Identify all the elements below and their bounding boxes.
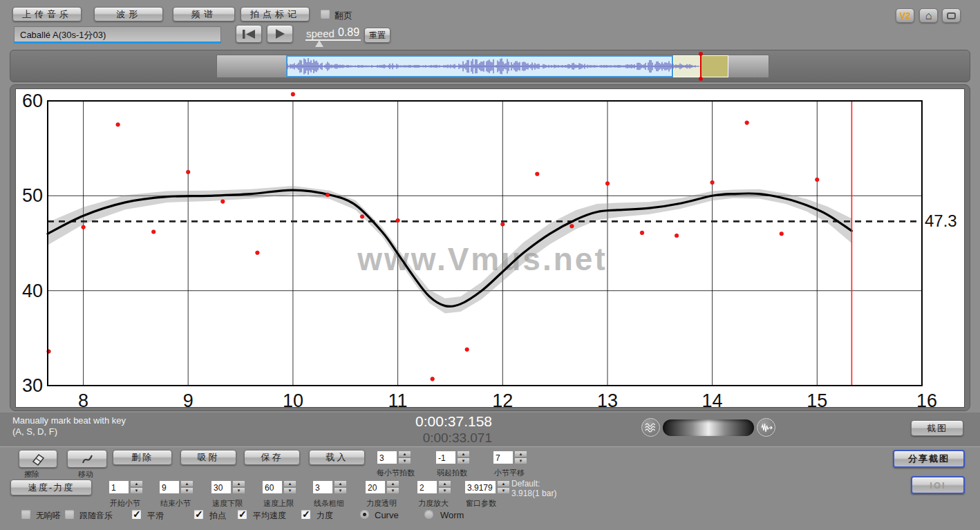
dynamics-alpha-spinner[interactable]: 20 ▲▼ [365,480,399,494]
line-width-spinner[interactable]: 3 ▲▼ [312,480,347,494]
spin-down-icon[interactable]: ▼ [457,457,470,464]
spin-up-icon[interactable]: ▲ [283,480,296,487]
play-button[interactable] [267,25,293,43]
smooth-checkbox[interactable] [131,509,142,520]
fullscreen-button[interactable] [942,8,961,23]
beat-point[interactable] [186,170,190,174]
ioi-button[interactable]: IOI [911,476,965,494]
speed-slider-thumb[interactable] [315,40,323,47]
worm-radio[interactable] [424,509,434,520]
dynamics-scale-value[interactable]: 2 [417,480,437,494]
beat-point[interactable] [605,182,610,186]
spin-down-icon[interactable]: ▼ [514,457,527,464]
dynamics-alpha-value[interactable]: 20 [365,480,386,494]
beat-point[interactable] [745,121,749,125]
beat-point[interactable] [816,178,820,182]
beats-per-bar-value[interactable]: 3 [377,451,397,464]
beat-point[interactable] [256,251,260,255]
share-screenshot-button[interactable]: 分享截图 [893,450,965,468]
tempo-chart[interactable]: www.Vmus.net89101112131415163040506047.3 [16,89,964,407]
delete-button[interactable]: 删除 [113,450,172,465]
beat-point[interactable] [360,215,364,219]
pickup-beats-spinner[interactable]: -1 ▲▼ [435,451,470,464]
mean-tempo-checkbox[interactable] [237,509,247,520]
waveform-window-region[interactable] [673,55,701,77]
page-turn-checkbox[interactable] [320,9,330,19]
spin-up-icon[interactable]: ▲ [180,480,194,487]
upload-music-button[interactable]: 上传音乐 [12,7,82,21]
tempo-min-spinner[interactable]: 30 ▲▼ [211,480,245,494]
beat-point[interactable] [640,231,644,235]
end-bar-spinner[interactable]: 9 ▲▼ [159,480,194,494]
beat-point[interactable] [221,200,225,204]
spin-up-icon[interactable]: ▲ [497,480,510,487]
beats-per-bar-spinner[interactable]: 3 ▲▼ [377,451,411,464]
spin-up-icon[interactable]: ▲ [398,451,411,457]
snap-button[interactable]: 吸附 [180,450,236,465]
spin-down-icon[interactable]: ▼ [232,487,245,494]
beat-point[interactable] [326,193,330,197]
beat-point[interactable] [675,234,679,238]
no-click-checkbox[interactable] [21,509,31,520]
beat-point[interactable] [780,232,784,236]
tempo-min-value[interactable]: 30 [211,480,232,494]
save-button[interactable]: 保存 [244,450,300,465]
screenshot-button[interactable]: 截图 [911,420,963,436]
spectrum-button[interactable]: 频谱 [173,7,235,21]
window-param-value[interactable]: 3.9179 [464,480,496,494]
line-width-value[interactable]: 3 [312,480,333,494]
speed-reset-button[interactable]: 重置 [364,28,390,43]
spin-down-icon[interactable]: ▼ [130,487,143,494]
beat-point[interactable] [536,172,540,176]
beat-point[interactable] [465,348,469,352]
spin-down-icon[interactable]: ▼ [438,487,451,494]
spin-down-icon[interactable]: ▼ [386,487,399,494]
version-badge[interactable]: V2 [896,8,914,23]
home-button[interactable]: ⌂ [919,8,938,23]
bar-shift-spinner[interactable]: 7 ▲▼ [493,451,527,464]
window-param-spinner[interactable]: 3.9179 ▲▼ [464,480,510,494]
end-bar-value[interactable]: 9 [159,480,180,494]
tempo-max-spinner[interactable]: 60 ▲▼ [262,480,296,494]
spin-up-icon[interactable]: ▲ [232,480,245,487]
spin-up-icon[interactable]: ▲ [386,480,399,487]
beat-point[interactable] [710,180,715,184]
spin-down-icon[interactable]: ▼ [497,487,510,494]
track-title-input[interactable]: Caballé A(30s-1分03) [14,26,221,44]
spin-up-icon[interactable]: ▲ [514,451,527,457]
dynamics-checkbox[interactable] [301,509,311,520]
load-button[interactable]: 载入 [309,450,365,465]
bar-shift-value[interactable]: 7 [493,451,513,464]
volume-slider[interactable] [663,419,754,436]
tempo-dynamics-button[interactable]: 速度-力度 [10,480,92,495]
follow-music-checkbox[interactable] [64,509,75,520]
beat-points-checkbox[interactable] [194,509,204,520]
beat-point[interactable] [570,225,574,229]
beat-point[interactable] [82,225,86,229]
spin-down-icon[interactable]: ▼ [180,487,194,494]
start-bar-value[interactable]: 1 [109,480,129,494]
beat-point[interactable] [431,377,435,381]
spin-down-icon[interactable]: ▼ [334,487,347,494]
waveform-selection[interactable] [286,55,673,77]
beat-point[interactable] [396,218,400,223]
beat-point[interactable] [291,93,295,97]
move-button[interactable] [67,450,107,468]
speed-slider-track[interactable] [305,39,361,41]
start-bar-spinner[interactable]: 1 ▲▼ [109,480,143,494]
beat-point[interactable] [501,223,505,227]
spin-up-icon[interactable]: ▲ [438,480,451,487]
volume-min-button[interactable] [641,418,660,437]
tempo-max-value[interactable]: 60 [262,480,283,494]
beat-point[interactable] [151,230,156,234]
dynamics-scale-spinner[interactable]: 2 ▲▼ [417,480,451,494]
pickup-beats-value[interactable]: -1 [435,451,456,464]
spin-down-icon[interactable]: ▼ [283,487,296,494]
waveform-button[interactable]: 波形 [94,7,163,21]
spin-up-icon[interactable]: ▲ [334,480,347,487]
waveform-playhead[interactable] [700,53,701,79]
beat-point[interactable] [116,123,120,127]
spin-up-icon[interactable]: ▲ [457,451,470,457]
beat-mark-button[interactable]: 拍点标记 [241,7,310,21]
spin-down-icon[interactable]: ▼ [398,457,411,464]
